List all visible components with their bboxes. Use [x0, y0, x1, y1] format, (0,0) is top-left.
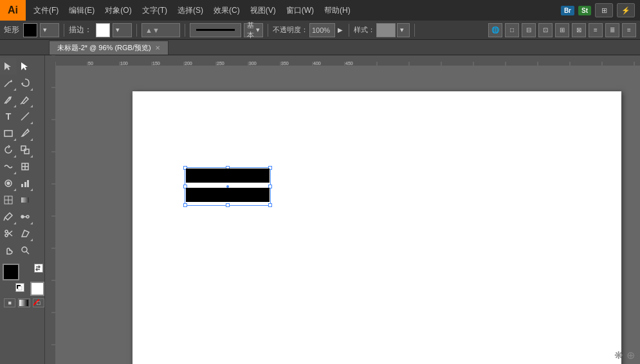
svg-rect-34 [19, 300, 28, 306]
graph-tool[interactable] [17, 175, 33, 192]
svg-point-26 [5, 234, 8, 237]
opacity-expand[interactable]: ▶ [336, 26, 344, 33]
svg-text:150: 150 [152, 61, 160, 66]
menu-edit[interactable]: 编辑(E) [64, 0, 100, 21]
type-tool[interactable]: T [0, 108, 17, 125]
free-transform-tool[interactable] [17, 158, 33, 175]
handle-bot-mid[interactable] [226, 203, 230, 207]
style-dropdown[interactable]: ▾ [397, 23, 410, 37]
opacity-input[interactable]: 100% [309, 23, 335, 37]
color-mode-gradient[interactable] [18, 298, 30, 307]
fill-dropdown[interactable]: ▾ [40, 23, 59, 37]
document-tab[interactable]: 未标题-2* @ 96% (RGB/预览) ✕ [49, 41, 169, 55]
main-layout: T [0, 55, 640, 364]
tool-row-11 [0, 225, 44, 242]
style-group: 样式： ▾ [354, 23, 410, 37]
stroke-swatch[interactable] [96, 23, 110, 37]
pencil-tool[interactable] [17, 91, 33, 108]
svg-rect-17 [27, 180, 29, 187]
menu-effect[interactable]: 效果(C) [208, 0, 245, 21]
align-left-icon[interactable]: ⊟ [522, 23, 536, 37]
canvas-background[interactable] [55, 66, 640, 364]
warp-tool[interactable] [0, 158, 17, 175]
mesh-tool[interactable] [0, 192, 17, 208]
svg-line-31 [26, 251, 29, 254]
line-tool[interactable] [17, 108, 33, 125]
eyedropper-tool[interactable] [0, 208, 17, 225]
eraser-tool[interactable] [17, 225, 33, 242]
tool-row-7 [0, 158, 44, 175]
svg-rect-21 [21, 197, 29, 203]
align-canvas-icon[interactable]: 🌐 [488, 23, 502, 37]
fill-swatch[interactable] [23, 23, 37, 37]
svg-line-22 [4, 217, 5, 221]
style-swatch[interactable] [376, 23, 396, 37]
transform-icon[interactable]: □ [505, 23, 519, 37]
svg-point-14 [7, 182, 10, 185]
gradient-tool[interactable] [17, 192, 33, 208]
menu-window[interactable]: 窗口(W) [281, 0, 319, 21]
scale-tool[interactable] [17, 141, 33, 158]
align-icons: 🌐 □ ⊟ ⊡ ⊞ ⊠ ≡ ≣ ≡ [488, 23, 636, 37]
stroke-style-dropdown[interactable]: 基本▾ [244, 23, 263, 37]
shape-label: 矩形 [4, 24, 19, 35]
svg-text:100: 100 [120, 61, 128, 66]
symbol-tool[interactable] [0, 175, 17, 192]
menu-type[interactable]: 文字(T) [137, 0, 172, 21]
lasso-tool[interactable] [17, 75, 33, 91]
handle-bot-left[interactable] [183, 203, 187, 207]
svg-text:450: 450 [345, 61, 353, 66]
svg-rect-15 [21, 184, 23, 187]
magic-wand-tool[interactable] [0, 75, 17, 91]
bridge-button[interactable]: Br [561, 6, 574, 15]
stroke-dropdown[interactable]: ▾ [113, 23, 132, 37]
align-options-icon[interactable]: ≡ [622, 23, 636, 37]
zoom-tool[interactable] [17, 242, 33, 259]
stroke-style-preview[interactable] [190, 23, 241, 37]
align-center-h-icon[interactable]: ⊡ [538, 23, 553, 37]
align-center-v-icon[interactable]: ≡ [589, 23, 603, 37]
align-right-icon[interactable]: ⊞ [555, 23, 569, 37]
rectangle-tool[interactable] [0, 125, 17, 141]
fill-color-box[interactable] [3, 264, 19, 280]
rotate-tool[interactable] [0, 141, 17, 158]
stroke-color-box[interactable] [30, 282, 44, 296]
svg-point-24 [26, 215, 29, 218]
tool-row-1 [0, 58, 44, 75]
select-tool[interactable] [0, 58, 17, 75]
color-mode-solid[interactable]: ■ [4, 298, 15, 307]
default-colors-button[interactable] [15, 283, 24, 292]
workspace-grid-button[interactable]: ⊞ [595, 3, 613, 17]
app-logo: Ai [0, 0, 26, 21]
menu-object[interactable]: 对象(O) [100, 0, 136, 21]
pen-tool[interactable] [0, 91, 17, 108]
separator-3 [185, 24, 185, 37]
menu-help[interactable]: 帮助(H) [319, 0, 356, 21]
align-top-icon[interactable]: ⊠ [572, 23, 586, 37]
menu-select[interactable]: 选择(S) [172, 0, 208, 21]
paintbrush-tool[interactable] [17, 125, 33, 141]
lightning-button[interactable]: ⚡ [617, 3, 635, 17]
stock-button[interactable]: St [578, 6, 591, 15]
align-bottom-icon[interactable]: ≣ [605, 23, 619, 37]
svg-line-6 [21, 113, 29, 120]
svg-point-23 [21, 215, 24, 218]
shape-group[interactable] [186, 168, 270, 204]
hand-tool[interactable] [0, 242, 17, 259]
svg-rect-8 [21, 146, 26, 150]
color-mode-buttons: ■ □ [4, 298, 44, 307]
menu-file[interactable]: 文件(F) [28, 0, 64, 21]
blend-tool[interactable] [17, 208, 33, 225]
svg-rect-7 [5, 131, 12, 136]
swap-colors-button[interactable] [34, 264, 43, 273]
tab-close-button[interactable]: ✕ [155, 44, 160, 51]
color-mode-none[interactable]: □ [33, 298, 44, 307]
tool-row-9 [0, 192, 44, 208]
handle-bot-right[interactable] [268, 203, 272, 207]
rect-bottom [186, 188, 270, 202]
canvas-area[interactable]: 50 100 150 200 250 300 350 400 450 [45, 55, 640, 364]
menu-view[interactable]: 视图(V) [245, 0, 281, 21]
direct-select-tool[interactable] [17, 58, 33, 75]
stroke-width-input[interactable]: ▲▼ [142, 23, 180, 37]
scissors-tool[interactable] [0, 225, 17, 242]
